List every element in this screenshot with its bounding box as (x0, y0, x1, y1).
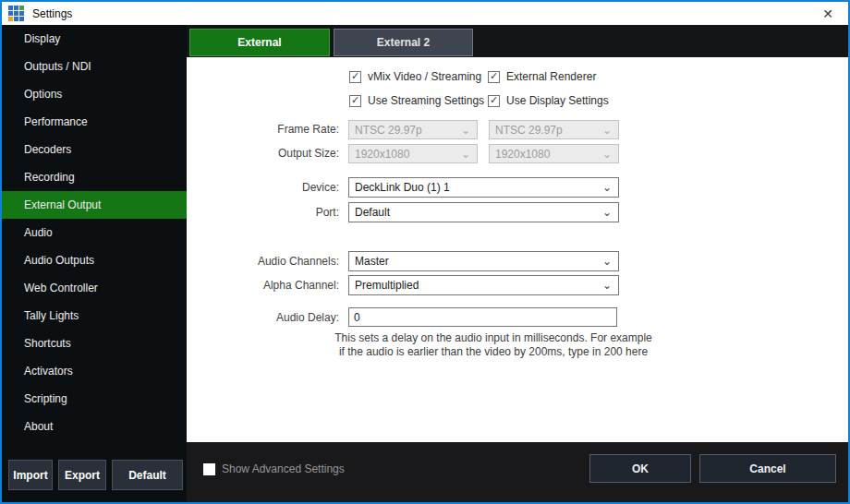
sidebar-item-options[interactable]: Options (2, 80, 187, 108)
checkbox-icon (488, 71, 500, 83)
sidebar-item-audio[interactable]: Audio (2, 219, 187, 246)
checkbox-icon (349, 95, 361, 107)
titlebar: Settings ✕ (2, 2, 848, 25)
audio-delay-input[interactable] (348, 307, 617, 327)
output-size-select-2: 1920x1080 (489, 144, 619, 163)
tab-strip: External External 2 (187, 25, 848, 57)
output-size-label: Output Size: (219, 147, 339, 160)
sidebar-item-about[interactable]: About (2, 413, 187, 440)
alpha-channel-label: Alpha Channel: (219, 279, 339, 292)
output-size-select-1: 1920x1080 (348, 144, 478, 163)
tab-external[interactable]: External (189, 29, 330, 56)
cancel-button[interactable]: Cancel (699, 454, 836, 483)
device-label: Device: (219, 181, 339, 194)
audio-channels-select[interactable]: Master (348, 251, 619, 271)
sidebar: Display Outputs / NDI Options Performanc… (2, 25, 187, 502)
audio-delay-help-text: This sets a delay on the audio input in … (332, 331, 655, 359)
use-display-settings-checkbox[interactable]: Use Display Settings (488, 94, 609, 107)
sidebar-item-decoders[interactable]: Decoders (2, 136, 187, 163)
sidebar-item-shortcuts[interactable]: Shortcuts (2, 330, 187, 357)
checkbox-label: External Renderer (506, 70, 596, 83)
checkbox-label: Show Advanced Settings (222, 462, 345, 475)
sidebar-item-outputs-ndi[interactable]: Outputs / NDI (2, 53, 187, 80)
show-advanced-settings-checkbox[interactable]: Show Advanced Settings (203, 462, 345, 475)
footer-bar: Show Advanced Settings OK Cancel (187, 442, 848, 502)
frame-rate-select-1: NTSC 29.97p (348, 120, 478, 139)
sidebar-item-scripting[interactable]: Scripting (2, 385, 187, 413)
vmix-logo-icon (8, 6, 24, 21)
tab-external-2[interactable]: External 2 (334, 29, 473, 56)
checkbox-icon (349, 71, 361, 83)
sidebar-item-activators[interactable]: Activators (2, 357, 187, 385)
vmix-video-streaming-checkbox[interactable]: vMix Video / Streaming (349, 70, 481, 83)
device-select[interactable]: DeckLink Duo (1) 1 (348, 177, 619, 198)
audio-channels-label: Audio Channels: (219, 255, 339, 268)
checkbox-label: vMix Video / Streaming (368, 70, 481, 83)
close-icon[interactable]: ✕ (817, 4, 839, 23)
window-title: Settings (32, 7, 72, 20)
sidebar-item-performance[interactable]: Performance (2, 108, 187, 136)
sidebar-item-recording[interactable]: Recording (2, 163, 187, 191)
default-button[interactable]: Default (112, 460, 183, 490)
external-renderer-checkbox[interactable]: External Renderer (488, 70, 596, 83)
frame-rate-select-2: NTSC 29.97p (489, 120, 619, 139)
frame-rate-label: Frame Rate: (219, 123, 339, 136)
port-select[interactable]: Default (348, 202, 619, 222)
import-button[interactable]: Import (8, 460, 53, 490)
export-button[interactable]: Export (58, 460, 106, 490)
checkbox-icon (203, 463, 215, 475)
sidebar-item-external-output[interactable]: External Output (2, 191, 187, 219)
alpha-channel-select[interactable]: Premultiplied (348, 275, 619, 295)
port-label: Port: (219, 206, 339, 219)
ok-button[interactable]: OK (589, 454, 691, 483)
external-output-panel: vMix Video / Streaming External Renderer… (187, 57, 848, 442)
use-streaming-settings-checkbox[interactable]: Use Streaming Settings (349, 94, 484, 107)
settings-window: Settings ✕ Display Outputs / NDI Options… (0, 0, 850, 504)
checkbox-label: Use Display Settings (506, 94, 609, 107)
audio-delay-label: Audio Delay: (219, 311, 339, 324)
sidebar-item-display[interactable]: Display (2, 25, 187, 53)
sidebar-item-tally-lights[interactable]: Tally Lights (2, 302, 187, 330)
checkbox-label: Use Streaming Settings (368, 94, 484, 107)
checkbox-icon (488, 95, 500, 107)
sidebar-item-web-controller[interactable]: Web Controller (2, 274, 187, 302)
sidebar-item-audio-outputs[interactable]: Audio Outputs (2, 246, 187, 274)
